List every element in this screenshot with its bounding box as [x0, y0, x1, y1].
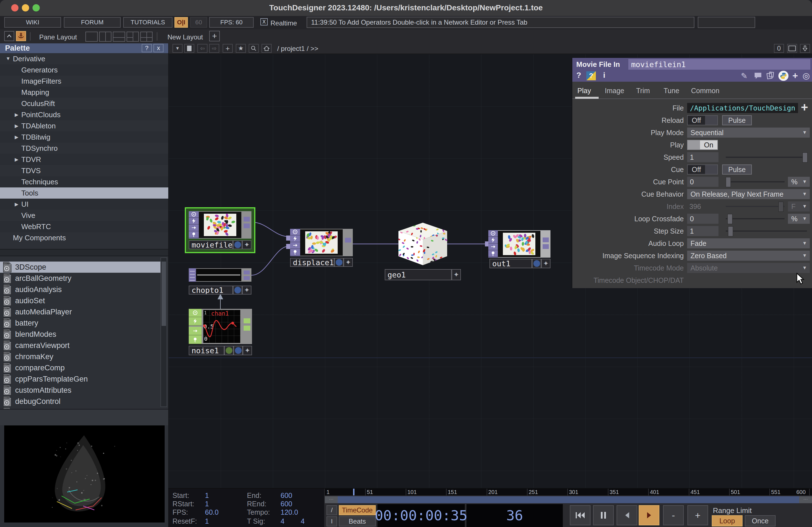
node-balloon-icon[interactable]: [290, 249, 300, 256]
node-connector[interactable]: [542, 238, 549, 242]
tree-item-tdvs[interactable]: TDVS: [0, 165, 168, 176]
range-start-handle[interactable]: ···: [325, 496, 338, 503]
add-parameter-icon[interactable]: +: [793, 70, 798, 81]
palette-scrollbar-thumb[interactable]: [162, 261, 166, 326]
node-noise1[interactable]: 1chan10.50noise1✦: [189, 309, 252, 355]
tree-right-arrow-icon[interactable]: ▶: [12, 112, 21, 118]
param-slider-handle[interactable]: [802, 152, 808, 163]
expand-pane-icon[interactable]: [4, 31, 14, 41]
param-slider-track[interactable]: [726, 181, 785, 182]
node-connector[interactable]: [244, 318, 250, 323]
info-icon[interactable]: i: [601, 71, 607, 80]
tree-item-tdbitwig[interactable]: ▶TDBitwig: [0, 132, 168, 143]
node-comment-star[interactable]: ✦: [242, 240, 251, 249]
node-viewer-icon[interactable]: [189, 309, 202, 317]
tree-item-oculusrift[interactable]: OculusRift: [0, 98, 168, 109]
tree-right-arrow-icon[interactable]: ▶: [12, 157, 21, 163]
param-tab-common[interactable]: Common: [691, 87, 719, 95]
node-flag-indicator[interactable]: [334, 258, 344, 267]
jump-to-start-button[interactable]: [570, 505, 591, 525]
param-toggle-cue[interactable]: Off: [687, 165, 718, 175]
once-button[interactable]: Once: [745, 515, 775, 526]
tree-item-tdableton[interactable]: ▶TDAbleton: [0, 120, 168, 132]
palette-component-compareComp[interactable]: COMPcompareComp: [0, 362, 161, 373]
frame-increment-button[interactable]: +: [687, 505, 708, 525]
node-flag-indicator[interactable]: [233, 346, 243, 355]
node-connector[interactable]: [286, 236, 290, 241]
fps-display[interactable]: FPS: 60: [209, 17, 254, 28]
palette-component-customAttributes[interactable]: COMPcustomAttributes: [0, 385, 161, 396]
node-connector[interactable]: [244, 271, 250, 274]
timecode-mode-button[interactable]: TimeCode: [339, 505, 376, 515]
node-bypass-icon[interactable]: [488, 237, 498, 244]
node-balloon-icon[interactable]: [189, 335, 202, 344]
palette-component-3DScope[interactable]: COMP3DScope: [0, 261, 161, 273]
param-menu-audio-loop[interactable]: Fade▼: [687, 238, 810, 249]
param-toggle-reload[interactable]: Off: [687, 115, 718, 125]
add-operator-icon[interactable]: +: [222, 44, 233, 53]
home-icon[interactable]: [262, 44, 272, 53]
wiki-button[interactable]: WIKI: [4, 17, 61, 28]
palette-component-chromaKey[interactable]: COMPchromaKey: [0, 351, 161, 362]
play-forward-button[interactable]: [639, 505, 659, 525]
param-tab-trim[interactable]: Trim: [636, 87, 650, 95]
node-comment-star[interactable]: ✦: [344, 258, 353, 267]
realtime-checkbox[interactable]: X: [260, 18, 268, 26]
param-pulse-button[interactable]: Pulse: [722, 165, 752, 175]
file-browse-plus-icon[interactable]: +: [799, 102, 810, 114]
time-ibeam-button[interactable]: I: [327, 516, 337, 526]
operator-name-field[interactable]: moviefilein1: [628, 59, 810, 70]
pause-button[interactable]: [593, 505, 614, 525]
tree-item-imagefilters[interactable]: ImageFilters: [0, 76, 168, 87]
copy-parameters-icon[interactable]: [766, 71, 774, 81]
node-out1[interactable]: out1✦: [488, 230, 550, 268]
palette-help-button[interactable]: ?: [142, 44, 152, 52]
node-name-field[interactable]: geo1: [385, 269, 452, 280]
tree-item-generators[interactable]: Generators: [0, 64, 168, 76]
node-connector[interactable]: [286, 244, 290, 249]
node-comment-star[interactable]: ✦: [452, 269, 461, 280]
palette-component-audioSet[interactable]: COMPaudioSet: [0, 295, 161, 306]
node-connector[interactable]: [244, 326, 250, 331]
node-flag-indicator[interactable]: [233, 286, 242, 295]
loop-button[interactable]: Loop: [712, 515, 742, 526]
param-slider-track[interactable]: [726, 218, 785, 219]
tree-right-arrow-icon[interactable]: ▶: [12, 123, 21, 129]
param-slider-handle[interactable]: [728, 226, 733, 236]
pane-layout-preset-1[interactable]: [85, 32, 98, 42]
node-flag-indicator[interactable]: [233, 240, 242, 249]
param-menu-timecode-mode[interactable]: Absolute▼: [687, 263, 810, 273]
param-tab-tune[interactable]: Tune: [664, 87, 679, 95]
param-value-cue-point[interactable]: 0: [687, 177, 719, 187]
python-help-icon[interactable]: ?: [586, 71, 596, 80]
param-menu-image-sequence-indexing[interactable]: Zero Based▼: [687, 251, 810, 261]
palette-component-audioAnalysis[interactable]: COMPaudioAnalysis: [0, 284, 161, 295]
palette-component-cameraViewport[interactable]: COMPcameraViewport: [0, 340, 161, 351]
collapse-pane-icon[interactable]: [800, 44, 810, 53]
tree-item-ui[interactable]: ▶UI: [0, 199, 168, 210]
palette-component-arcBallGeometry[interactable]: COMParcBallGeometry: [0, 273, 161, 284]
node-moviefilein1[interactable]: moviefilein1✦: [189, 211, 251, 249]
timeline-playhead[interactable]: [353, 489, 354, 495]
param-tab-play[interactable]: Play: [577, 87, 591, 95]
timeline-ruler[interactable]: 151101151201251301351401451501551600: [325, 489, 812, 495]
pane-split-icon[interactable]: [184, 44, 194, 53]
param-slider-handle[interactable]: [727, 214, 733, 224]
palette-component-debugControl[interactable]: COMPdebugControl: [0, 396, 161, 407]
node-name-field[interactable]: moviefilein1: [189, 240, 233, 249]
node-arrow-icon[interactable]: [488, 244, 498, 250]
tree-right-arrow-icon[interactable]: ▶: [12, 201, 21, 207]
node-displace1[interactable]: displace1✦: [290, 229, 353, 267]
gear-target-icon[interactable]: ◎: [802, 71, 810, 80]
node-connector[interactable]: [485, 241, 488, 246]
help-icon[interactable]: ?: [575, 71, 583, 80]
tree-item-derivative[interactable]: ▼Derivative: [0, 53, 168, 64]
param-value-index[interactable]: 396: [690, 201, 701, 211]
param-pulse-button[interactable]: Pulse: [722, 115, 752, 125]
node-connector[interactable]: [244, 276, 250, 280]
palette-scrollbar[interactable]: [160, 257, 167, 407]
pane-menu-icon[interactable]: ▼: [173, 44, 183, 53]
node-arrow-icon[interactable]: [290, 242, 300, 249]
node-comment-star[interactable]: ✦: [541, 259, 550, 268]
network-breadcrumb[interactable]: / project1 / >>: [277, 45, 318, 52]
